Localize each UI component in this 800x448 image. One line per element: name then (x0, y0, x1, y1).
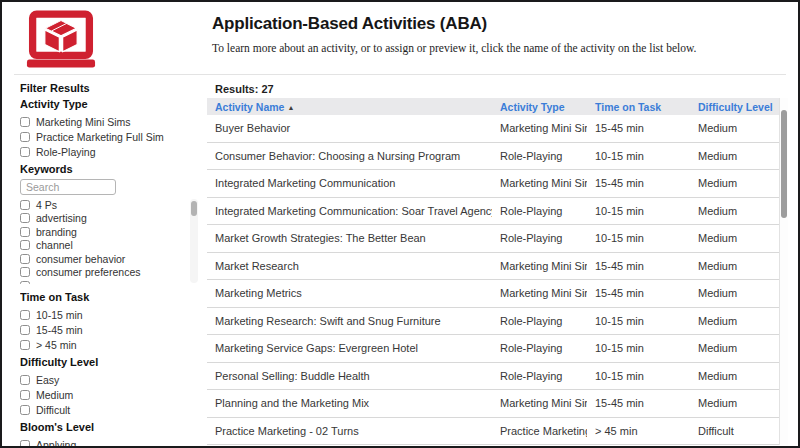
page-title: Application-Based Activities (ABA) (212, 14, 696, 34)
time-on-task-cell: 15-45 min (587, 287, 690, 299)
time-on-task-cell: 10-15 min (587, 150, 690, 162)
checkbox[interactable] (20, 375, 30, 385)
activity-type-cell: Role-Playing (492, 370, 587, 382)
table-row: Marketing Research: Swift and Snug Furni… (207, 308, 779, 336)
activity-name-link[interactable]: Buyer Behavior (207, 122, 492, 134)
keywords-scrollbar[interactable] (190, 199, 198, 283)
activity-name-link[interactable]: Market Growth Strategies: The Better Bea… (207, 232, 492, 244)
column-header-activity-type[interactable]: Activity Type (492, 101, 587, 113)
checkbox[interactable] (20, 227, 30, 237)
time-on-task-cell: 10-15 min (587, 342, 690, 354)
filter-option: Role-Playing (20, 144, 198, 159)
activity-type-cell: Role-Playing (492, 150, 587, 162)
difficulty-cell: Medium (690, 260, 779, 272)
table-header-row: Activity Name▲ Activity Type Time on Tas… (207, 98, 779, 115)
time-on-task-cell: > 45 min (587, 425, 690, 437)
activity-type-cell: Practice Marketing ... (492, 425, 587, 437)
keywords-search-input[interactable] (20, 179, 116, 195)
activity-name-link[interactable]: Consumer Behavior: Choosing a Nursing Pr… (207, 150, 492, 162)
table-row: Consumer Behavior: Choosing a Nursing Pr… (207, 143, 779, 171)
activity-name-link[interactable]: Marketing Research: Swift and Snug Furni… (207, 315, 492, 327)
checkbox[interactable] (20, 440, 30, 447)
filter-option-label: Medium (36, 389, 73, 401)
checkbox[interactable] (20, 132, 30, 142)
filter-option: 4 Ps (20, 198, 198, 212)
checkbox[interactable] (20, 405, 30, 415)
activity-type-cell: Marketing Mini Sims (492, 397, 587, 409)
checkbox[interactable] (20, 213, 30, 223)
column-header-activity-name[interactable]: Activity Name▲ (207, 101, 492, 113)
activity-name-link[interactable]: Practice Marketing - 02 Turns (207, 425, 492, 437)
difficulty-level-heading: Difficulty Level (20, 356, 198, 368)
filter-option: 10-15 min (20, 307, 198, 322)
activity-type-cell: Role-Playing (492, 315, 587, 327)
results-count: Results: 27 (215, 83, 788, 95)
table-scrollbar[interactable] (779, 98, 788, 445)
checkbox[interactable] (20, 390, 30, 400)
column-header-difficulty-level[interactable]: Difficulty Level (690, 101, 779, 113)
time-on-task-cell: 15-45 min (587, 177, 690, 189)
table-row: Practice Marketing - 02 TurnsPractice Ma… (207, 418, 779, 446)
activity-type-heading: Activity Type (20, 98, 198, 110)
keywords-scrollbar-thumb[interactable] (191, 201, 197, 216)
filter-option: Applying (20, 437, 198, 446)
time-on-task-cell: 15-45 min (587, 122, 690, 134)
activity-name-link[interactable]: Marketing Metrics (207, 287, 492, 299)
table-body: Buyer BehaviorMarketing Mini Sims15-45 m… (207, 115, 788, 445)
activity-name-link[interactable]: Planning and the Marketing Mix (207, 397, 492, 409)
table-row: Market ResearchMarketing Mini Sims15-45 … (207, 253, 779, 281)
activity-name-link[interactable]: Market Research (207, 260, 492, 272)
page-subtitle: To learn more about an activity, or to a… (212, 42, 696, 54)
column-header-time-on-task[interactable]: Time on Task (587, 101, 690, 113)
checkbox[interactable] (20, 281, 30, 284)
table-row: Buyer BehaviorMarketing Mini Sims15-45 m… (207, 115, 779, 143)
table-scrollbar-thumb[interactable] (781, 110, 787, 218)
page-header: Application-Based Activities (ABA) To le… (212, 14, 696, 54)
filter-option: Difficult (20, 402, 198, 417)
checkbox[interactable] (20, 254, 30, 264)
activity-type-options: Marketing Mini SimsPractice Marketing Fu… (20, 114, 198, 159)
sort-asc-icon: ▲ (287, 104, 294, 111)
table-row: Planning and the Marketing MixMarketing … (207, 390, 779, 418)
checkbox[interactable] (20, 147, 30, 157)
filter-option-label: branding (36, 226, 77, 238)
filter-option-label: 4 Ps (36, 199, 57, 211)
difficulty-cell: Medium (690, 370, 779, 382)
activity-name-link[interactable]: Personal Selling: Buddle Health (207, 370, 492, 382)
app-window: Application-Based Activities (ABA) To le… (0, 0, 800, 448)
filter-option: consumer behavior (20, 252, 198, 266)
difficulty-cell: Medium (690, 397, 779, 409)
checkbox[interactable] (20, 240, 30, 250)
filter-option-label: > 45 min (36, 339, 77, 351)
filter-results-title: Filter Results (20, 82, 198, 94)
filter-option: consumer preferences (20, 266, 198, 280)
table-row: Integrated Marketing CommunicationMarket… (207, 170, 779, 198)
checkbox[interactable] (20, 267, 30, 277)
results-panel: Results: 27 Activity Name▲ Activity Type… (207, 80, 788, 445)
activity-name-link[interactable]: Integrated Marketing Communication: Soar… (207, 205, 492, 217)
laptop-cube-logo (20, 10, 102, 70)
difficulty-cell: Medium (690, 232, 779, 244)
checkbox[interactable] (20, 325, 30, 335)
time-on-task-heading: Time on Task (20, 291, 198, 303)
time-on-task-cell: 10-15 min (587, 232, 690, 244)
checkbox[interactable] (20, 117, 30, 127)
keywords-list: 4 Psadvertisingbrandingchannelconsumer b… (20, 198, 198, 284)
difficulty-cell: Medium (690, 205, 779, 217)
filter-option-label: consumer preferences (36, 266, 140, 278)
checkbox[interactable] (20, 310, 30, 320)
activity-name-link[interactable]: Marketing Service Gaps: Evergreen Hotel (207, 342, 492, 354)
activity-type-cell: Role-Playing (492, 205, 587, 217)
activity-name-link[interactable]: Integrated Marketing Communication (207, 177, 492, 189)
filter-option: Easy (20, 372, 198, 387)
filter-option: channel (20, 239, 198, 253)
time-on-task-options: 10-15 min15-45 min> 45 min (20, 307, 198, 352)
blooms-level-heading: Bloom's Level (20, 421, 198, 433)
activity-type-cell: Marketing Mini Sims (492, 122, 587, 134)
activity-type-cell: Marketing Mini Sims (492, 177, 587, 189)
filter-option-label: Applying (36, 439, 76, 447)
checkbox[interactable] (20, 340, 30, 350)
filter-option-label: Practice Marketing Full Sim (36, 131, 164, 143)
checkbox[interactable] (20, 200, 30, 210)
activity-type-cell: Role-Playing (492, 342, 587, 354)
